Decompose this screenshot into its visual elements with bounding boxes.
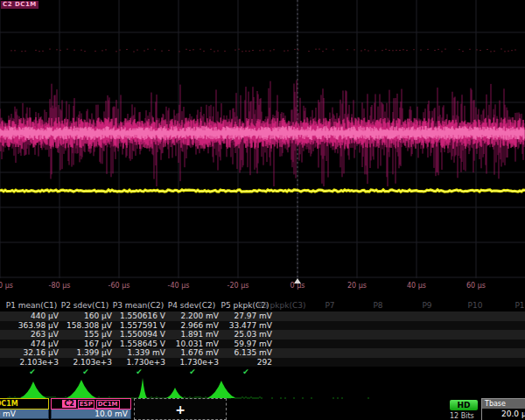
measurement-status-check: ✔	[136, 368, 143, 377]
timebase-title: Tbase	[482, 399, 525, 409]
measurement-value: 474 µV	[6, 340, 59, 349]
histogram-peak	[20, 382, 46, 398]
c2-badge: C2	[62, 400, 75, 408]
time-axis-label: 40 µs	[407, 282, 426, 290]
channel-descriptor-c1[interactable]: C1 DC1M 10.0 mV	[0, 398, 49, 420]
measurement-row: 363.98 µV158.308 µV1.557591 V2.966 mV33.…	[0, 321, 525, 331]
measurement-header[interactable]: P10	[468, 301, 483, 311]
time-axis-label: -20 µs	[228, 282, 249, 290]
histogram-strip	[0, 378, 525, 400]
measurement-header[interactable]: P6 pkpk(C3)	[258, 301, 306, 311]
trace-label: C2 DC1M	[1, 1, 38, 9]
c1-label-row: C1 DC1M	[0, 398, 49, 410]
measurement-header[interactable]: P4 sdev(C2)	[164, 301, 219, 311]
trigger-position-marker[interactable]	[294, 278, 301, 284]
measurement-value: 263 µV	[6, 330, 59, 340]
measurement-value: 160 µV	[60, 312, 112, 321]
measurement-row: 474 µV167 µV1.558645 V10.031 mV59.97 mV	[0, 340, 525, 349]
measurement-value: 1.558645 V	[113, 340, 165, 349]
hd-mode-button[interactable]: HD	[450, 400, 478, 410]
measurement-value: 2.966 mV	[166, 321, 219, 331]
histogram-peak	[166, 388, 184, 398]
add-trace-button[interactable]: +	[134, 398, 227, 420]
measurement-value: 1.550094 V	[113, 330, 165, 340]
measurement-header[interactable]: P1 mean(C1)	[4, 301, 59, 311]
time-axis-label: -100 µs	[0, 282, 13, 290]
measurement-value: 1.730e+3	[166, 358, 219, 368]
measurement-value: 292	[220, 358, 272, 368]
waveform-plot	[0, 0, 525, 278]
measurement-status-check: ✔	[242, 368, 249, 377]
histogram-peak	[138, 378, 147, 398]
bottom-bar: C1 DC1M 10.0 mV C2 ESP DC1M 10.0 mV + HD…	[0, 398, 525, 420]
c1-volts-per-div: 10.0 mV	[0, 410, 49, 419]
c1-coupling-label: DC1M	[0, 400, 18, 408]
c2-esp-tag: ESP	[78, 400, 94, 409]
measurement-table: P1 mean(C1)P2 sdev(C1)P3 mean(C2)P4 sdev…	[0, 301, 525, 378]
measurement-status-check: ✔	[29, 368, 36, 377]
c2-volts-per-div: 10.0 mV	[51, 410, 131, 419]
measurement-header[interactable]: P3 mean(C2)	[111, 301, 165, 311]
measurement-value: 32.16 µV	[6, 348, 59, 358]
measurement-value: 59.97 mV	[220, 340, 272, 349]
waveform-grid-area[interactable]: C2 DC1M	[0, 0, 525, 278]
timebase-value: 20.0 µs/div	[482, 409, 525, 419]
measurement-value: 1.339 mV	[113, 348, 165, 358]
measurement-header[interactable]: P9	[422, 301, 431, 311]
oscilloscope-screen: C2 DC1M -100 µs-80 µs-60 µs-40 µs-20 µs0…	[0, 0, 525, 420]
measurement-status-check: ✔	[189, 368, 196, 377]
measure-histogram	[0, 378, 525, 400]
measurement-value: 440 µV	[6, 312, 59, 321]
measurement-header[interactable]: P7	[325, 301, 334, 311]
measurement-row: 263 µV155 µV1.550094 V1.891 mV25.03 mV	[0, 330, 525, 340]
measurement-value: 1.676 mV	[166, 348, 219, 358]
time-axis-label: -80 µs	[49, 282, 71, 290]
timebase-descriptor[interactable]: Tbase 20.0 µs/div	[481, 398, 525, 420]
time-axis-label: 60 µs	[466, 282, 486, 290]
measurement-value: 1.891 mV	[166, 330, 219, 340]
measurement-row: 32.16 µV1.399 µV1.339 mV1.676 mV6.135 mV	[0, 348, 525, 358]
measurement-value: 363.98 µV	[6, 321, 59, 331]
measurement-value: 1.399 µV	[60, 348, 112, 358]
measurement-value: 25.03 mV	[220, 330, 272, 340]
measurement-value: 2.200 mV	[166, 312, 219, 321]
plus-icon: +	[175, 402, 186, 416]
measurement-value: 27.97 mV	[220, 312, 272, 321]
measurement-row: 2.103e+32.103e+31.730e+31.730e+3292	[0, 358, 525, 368]
measurement-value: 1.730e+3	[113, 358, 165, 368]
measurement-value: 33.477 mV	[220, 321, 272, 331]
measurement-status-check: ✔	[82, 368, 89, 377]
measurement-value: 10.031 mV	[166, 340, 219, 349]
measurement-value: 167 µV	[60, 340, 112, 349]
histogram-peak	[207, 381, 235, 398]
time-axis-label: 20 µs	[347, 282, 367, 290]
measurement-value: 155 µV	[60, 330, 112, 340]
measurement-header[interactable]: P2 sdev(C1)	[58, 301, 112, 311]
measurement-header[interactable]: P1	[514, 301, 524, 311]
measurement-value: 1.550616 V	[113, 312, 165, 321]
time-axis-label: -40 µs	[168, 282, 190, 290]
c2-coupling-tag: DC1M	[96, 400, 120, 409]
measurement-value: 2.103e+3	[6, 358, 59, 368]
c2-label-row: C2 ESP DC1M	[51, 398, 131, 410]
measurement-row: 440 µV160 µV1.550616 V2.200 mV27.97 mV	[0, 312, 525, 321]
measurement-value: 2.103e+3	[60, 358, 112, 368]
time-axis-label: -60 µs	[108, 282, 130, 290]
histogram-peak	[66, 380, 96, 398]
measurement-value: 158.308 µV	[60, 321, 112, 331]
time-axis: -100 µs-80 µs-60 µs-40 µs-20 µs0 µs20 µs…	[0, 278, 525, 301]
measurement-header[interactable]: P8	[373, 301, 382, 311]
measurement-value: 6.135 mV	[220, 348, 272, 358]
channel-descriptor-c2[interactable]: C2 ESP DC1M 10.0 mV	[51, 398, 131, 420]
bit-depth-label: 12 Bits	[450, 412, 474, 420]
measurement-value: 1.557591 V	[113, 321, 165, 331]
